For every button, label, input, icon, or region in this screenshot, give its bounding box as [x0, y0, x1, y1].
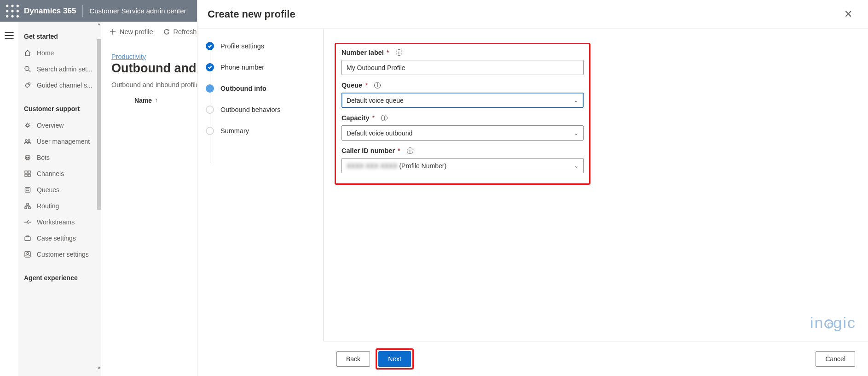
- field-label: Queue * i: [341, 82, 584, 89]
- create-profile-panel: Create new profile ✕ Profile settings Ph…: [197, 0, 868, 376]
- svg-rect-32: [25, 237, 30, 241]
- cmd-label: Refresh: [174, 28, 197, 35]
- sidebar-item-overview[interactable]: Overview: [18, 117, 101, 133]
- back-button[interactable]: Back: [336, 351, 370, 367]
- svg-rect-25: [28, 174, 30, 176]
- sidebar-item-guided-channel[interactable]: Guided channel s...: [18, 77, 101, 93]
- svg-rect-31: [29, 207, 30, 209]
- field-label: Capacity * i: [341, 114, 584, 122]
- app-subtitle: Customer Service admin center: [89, 7, 186, 15]
- field-capacity: Capacity * i Default voice outbound ⌄: [341, 114, 584, 141]
- sidebar-item-customer-settings[interactable]: Customer settings: [18, 246, 101, 262]
- new-profile-button[interactable]: New profile: [110, 28, 153, 35]
- users-icon: [24, 138, 31, 145]
- sidebar-item-case-settings[interactable]: Case settings: [18, 230, 101, 246]
- capacity-dropdown[interactable]: Default voice outbound ⌄: [341, 125, 584, 141]
- svg-point-0: [6, 5, 8, 7]
- svg-rect-23: [28, 171, 30, 173]
- step-label: Outbound behaviors: [220, 106, 281, 113]
- sidebar-item-label: Bots: [37, 154, 50, 161]
- sidebar-item-label: Channels: [37, 170, 64, 177]
- queue-icon: [24, 186, 31, 194]
- label-text: Caller ID number: [341, 147, 395, 154]
- step-phone-number[interactable]: Phone number: [206, 63, 319, 71]
- channels-icon: [24, 170, 31, 177]
- refresh-button[interactable]: Refresh: [163, 28, 197, 35]
- step-label: Phone number: [220, 64, 264, 71]
- dropdown-value: XXXX XXX XXXX (Profile Number): [347, 162, 446, 170]
- svg-rect-29: [27, 203, 29, 205]
- step-profile-settings[interactable]: Profile settings: [206, 42, 319, 50]
- svg-point-12: [25, 66, 29, 70]
- sidebar-item-label: Home: [37, 49, 54, 57]
- required-icon: *: [372, 114, 375, 122]
- svg-point-5: [17, 10, 19, 12]
- sidebar-item-search-admin[interactable]: Search admin set...: [18, 61, 101, 77]
- step-outbound-info[interactable]: Outbound info: [206, 84, 319, 93]
- svg-point-34: [27, 253, 29, 254]
- sidebar-item-label: Case settings: [37, 235, 76, 242]
- chevron-down-icon: ⌄: [574, 130, 579, 136]
- highlighted-next-wrap: Next: [376, 348, 414, 370]
- svg-point-7: [11, 15, 13, 17]
- sidebar-item-user-management[interactable]: User management: [18, 133, 101, 149]
- caller-id-dropdown[interactable]: XXXX XXX XXXX (Profile Number) ⌄: [341, 158, 584, 173]
- required-icon: *: [365, 82, 368, 89]
- number-label-input[interactable]: [341, 60, 584, 75]
- home-icon: [24, 49, 31, 57]
- search-icon: [24, 65, 31, 73]
- step-summary[interactable]: Summary: [206, 127, 319, 135]
- svg-point-17: [28, 140, 30, 141]
- sidebar-item-routing[interactable]: Routing: [18, 198, 101, 214]
- sort-ascending-icon: ↑: [155, 97, 157, 104]
- sidebar: ˄ Get started Home Search admin set... G…: [18, 22, 101, 376]
- sidebar-item-queues[interactable]: Queues: [18, 182, 101, 198]
- header-divider: [82, 5, 83, 17]
- rocket-icon: [24, 82, 31, 89]
- sidebar-item-label: Guided channel s...: [37, 82, 93, 89]
- label-text: Number label: [341, 49, 384, 56]
- sidebar-item-workstreams[interactable]: Workstreams: [18, 214, 101, 230]
- chevron-down-icon: ⌄: [574, 97, 579, 104]
- svg-point-1: [11, 5, 13, 7]
- step-outbound-behaviors[interactable]: Outbound behaviors: [206, 106, 319, 114]
- sidebar-item-label: Queues: [37, 186, 59, 194]
- sidebar-group-get-started: Get started: [24, 33, 101, 40]
- field-number-label: Number label * i: [341, 49, 584, 75]
- svg-point-15: [26, 124, 29, 127]
- app-launcher-icon[interactable]: [6, 4, 19, 18]
- step-dot-done-icon: [206, 63, 214, 71]
- queue-dropdown[interactable]: Default voice queue ⌄: [341, 93, 584, 108]
- cancel-button[interactable]: Cancel: [816, 351, 855, 367]
- sidebar-group-agent-experience: Agent experience: [24, 274, 101, 282]
- app-title: Dynamics 365: [24, 6, 76, 16]
- sidebar-item-bots[interactable]: Bots: [18, 149, 101, 165]
- hamburger-icon[interactable]: [4, 30, 15, 41]
- sidebar-item-label: Overview: [37, 122, 64, 129]
- bot-icon: [24, 154, 31, 161]
- svg-point-4: [11, 10, 13, 12]
- sitemap-toggle-col: [0, 22, 18, 376]
- column-header-label: Name: [134, 97, 152, 104]
- field-label: Number label * i: [341, 49, 584, 56]
- svg-point-6: [6, 15, 8, 17]
- info-icon[interactable]: i: [407, 147, 413, 154]
- sidebar-item-home[interactable]: Home: [18, 45, 101, 61]
- next-button[interactable]: Next: [378, 351, 411, 367]
- field-label: Caller ID number * i: [341, 147, 584, 154]
- close-icon[interactable]: ✕: [841, 6, 855, 22]
- info-icon[interactable]: i: [396, 49, 402, 56]
- cmd-label: New profile: [120, 28, 153, 35]
- label-text: Capacity: [341, 114, 369, 122]
- breadcrumb-link[interactable]: Productivity: [111, 53, 146, 60]
- caller-id-suffix: (Profile Number): [398, 162, 447, 170]
- sidebar-item-label: User management: [37, 138, 90, 145]
- info-icon[interactable]: i: [374, 82, 381, 88]
- svg-point-21: [28, 157, 29, 158]
- workstream-icon: [24, 218, 31, 226]
- info-icon[interactable]: i: [381, 115, 388, 121]
- customer-icon: [24, 251, 31, 258]
- sidebar-item-channels[interactable]: Channels: [18, 165, 101, 182]
- overview-icon: [24, 122, 31, 129]
- step-dot-open-icon: [206, 127, 214, 135]
